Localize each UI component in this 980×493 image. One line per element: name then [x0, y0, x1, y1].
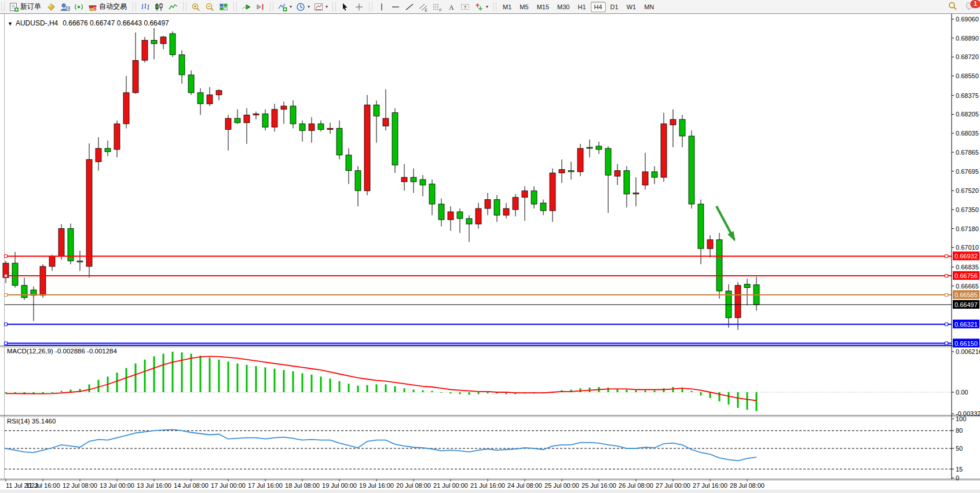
macd-bar — [172, 352, 174, 392]
signals-button[interactable] — [72, 1, 86, 13]
dropdown-arrow-icon[interactable]: ▾ — [290, 4, 292, 9]
zoom-out-button[interactable] — [203, 1, 217, 13]
macd-bar — [330, 378, 331, 392]
macd-bar — [144, 360, 146, 392]
macd-bar — [302, 373, 303, 392]
axis-text: 27 Jul 16:00 — [693, 482, 727, 489]
candle-bear — [346, 155, 352, 171]
indicators-button[interactable]: ▾ — [276, 1, 294, 13]
macd-bar — [292, 371, 294, 392]
toolbar-grip — [270, 2, 273, 11]
axis-text: 21 Jul 00:00 — [433, 482, 468, 489]
line-chart-button[interactable] — [166, 1, 180, 13]
cursor-button[interactable] — [338, 1, 352, 13]
axis-text: 27 Jul 00:00 — [656, 482, 690, 489]
macd-bar — [191, 354, 192, 392]
candlestick-chart-button[interactable] — [152, 1, 166, 13]
neworder-icon — [9, 2, 19, 12]
line-handle-left-0.66150[interactable] — [5, 342, 8, 345]
macd-bar — [61, 391, 63, 392]
chart-ohlc-title: ▼AUDUSD-,H40.66676 0.66747 0.66443 0.664… — [8, 19, 169, 27]
candle-bear — [21, 286, 27, 298]
line-handle-right-0.66756[interactable] — [945, 275, 948, 277]
axis-text: 0.00 — [956, 389, 968, 396]
timeframe-button-mn[interactable]: MN — [641, 2, 657, 12]
line-handle-left-0.66756[interactable] — [5, 275, 8, 277]
text-label-button[interactable]: T — [458, 1, 472, 13]
text-button[interactable]: A — [444, 1, 458, 13]
timeframe-button-w1[interactable]: W1 — [623, 2, 640, 12]
candle-bear — [170, 34, 175, 55]
bar-chart-button[interactable] — [138, 1, 152, 13]
line-handle-left-0.66585[interactable] — [5, 293, 8, 296]
notifications-chat-button[interactable]: 1 — [966, 1, 977, 13]
candle-bear — [374, 105, 379, 116]
zoom-in-button[interactable] — [189, 1, 203, 13]
dropdown-arrow-icon[interactable]: ▾ — [486, 4, 488, 9]
axis-text: 25 Jul 16:00 — [582, 482, 616, 489]
timeframe-button-m15[interactable]: M15 — [533, 2, 553, 12]
crosshair-button[interactable] — [352, 1, 366, 13]
macd-bar — [394, 386, 396, 392]
candle-bull — [272, 109, 277, 127]
candle-bull — [58, 229, 64, 257]
macd-bar — [228, 361, 229, 392]
line-handle-right-0.66321[interactable] — [945, 323, 948, 326]
horizontal-line-button[interactable] — [389, 1, 403, 13]
toolbar-grip — [133, 2, 136, 11]
timeframe-button-m30[interactable]: M30 — [554, 2, 573, 12]
macd-bar — [654, 390, 656, 392]
macd-bar — [478, 392, 480, 394]
profile-button[interactable] — [58, 1, 72, 13]
macd-bar — [469, 392, 470, 395]
timeframe-button-d1[interactable]: D1 — [607, 2, 622, 12]
equidistant-channel-button[interactable]: E — [416, 1, 430, 13]
fibo-icon: F — [432, 2, 443, 12]
candle-bull — [281, 106, 287, 109]
line-handle-left-0.66321[interactable] — [5, 323, 8, 326]
trendline-button[interactable] — [403, 1, 416, 13]
candle-bull — [550, 173, 555, 210]
chevron-down-icon[interactable]: ▼ — [8, 21, 13, 27]
candle-bull — [225, 118, 231, 129]
tile-icon — [218, 2, 229, 12]
timeframe-button-h4[interactable]: H4 — [591, 2, 606, 12]
line-handle-right-0.66585[interactable] — [945, 293, 948, 296]
line-handle-left-0.66932[interactable] — [5, 255, 8, 258]
periods-button[interactable]: ▾ — [294, 1, 312, 13]
dropdown-arrow-icon[interactable]: ▾ — [326, 4, 328, 9]
axis-text: 17 Jul 16:00 — [248, 482, 283, 489]
timeframe-button-m1[interactable]: M1 — [499, 2, 515, 12]
macd-bar — [339, 381, 341, 392]
macd-bar — [413, 389, 415, 392]
candle-bear — [689, 136, 694, 204]
auto-scroll-button[interactable] — [239, 1, 253, 13]
notification-badge: 1 — [970, 0, 980, 9]
candle-bull — [670, 119, 676, 125]
timeframe-button-h1[interactable]: H1 — [574, 2, 589, 12]
tile-windows-button[interactable] — [217, 1, 231, 13]
quotes-button[interactable] — [44, 1, 58, 13]
new-order-button[interactable]: 新订单 — [7, 1, 44, 13]
svg-text:E: E — [425, 8, 428, 12]
zoomout-icon — [204, 2, 215, 12]
macd-bar — [98, 380, 100, 392]
axis-text: 0.66835 — [956, 264, 979, 271]
macd-bar — [126, 368, 127, 392]
autotrading-button[interactable]: 自动交易 — [86, 1, 130, 13]
fibonacci-button[interactable]: F — [430, 1, 444, 13]
axis-text: 24 Jul 08:00 — [507, 482, 542, 489]
zoomin-icon — [191, 2, 201, 12]
timeframe-button-m5[interactable]: M5 — [516, 2, 532, 12]
chart-shift-button[interactable] — [253, 1, 267, 13]
vertical-line-button[interactable] — [375, 1, 389, 13]
line-handle-right-0.66932[interactable] — [945, 255, 948, 258]
candle-bear — [466, 218, 472, 224]
axis-text: 0.67010 — [956, 244, 979, 251]
templates-button[interactable]: ▾ — [312, 1, 330, 13]
search-button[interactable] — [948, 1, 958, 13]
arrows-button[interactable]: ▾ — [472, 1, 490, 13]
search-icon — [948, 1, 958, 10]
dropdown-arrow-icon[interactable]: ▾ — [308, 4, 310, 9]
line-handle-right-0.66150[interactable] — [945, 342, 948, 345]
